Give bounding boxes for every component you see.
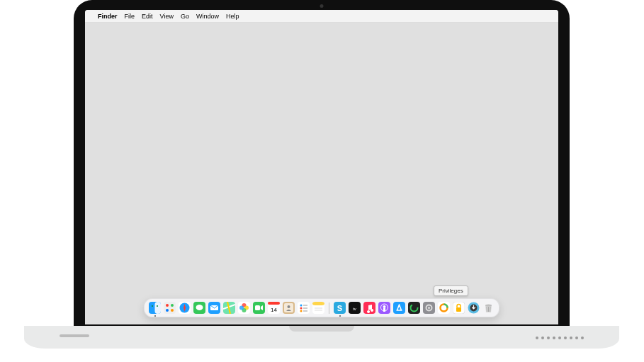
downloads-icon[interactable] [468,302,480,314]
menu-edit[interactable]: Edit [142,13,153,20]
dock-tooltip: Privileges [434,285,468,296]
svg-point-55 [428,307,430,309]
svg-point-48 [383,305,386,308]
speaker-grille-left [60,334,89,337]
dock-container: 14 S [144,298,499,317]
svg-rect-23 [255,305,260,310]
svg-line-63 [487,307,487,312]
svg-point-34 [300,307,303,310]
screen: Finder File Edit View Go Window Help Pri… [85,10,558,324]
facetime-icon[interactable] [253,302,265,314]
trash-icon[interactable] [482,302,495,314]
dock-divider [329,302,329,314]
maps-icon[interactable] [223,302,235,314]
svg-rect-35 [303,307,307,309]
svg-point-7 [166,309,169,312]
svg-point-13 [196,305,203,310]
launchpad-icon[interactable] [164,302,176,314]
svg-point-36 [300,310,303,312]
safari-icon[interactable] [179,302,191,314]
svg-rect-39 [312,302,324,305]
svg-point-8 [171,309,174,312]
privileges-icon[interactable] [453,302,465,314]
system-preferences-icon[interactable] [423,302,435,314]
menu-view[interactable]: View [160,13,174,20]
menu-help[interactable]: Help [226,13,239,20]
svg-text:S: S [337,304,342,312]
svg-rect-26 [268,302,280,305]
desktop[interactable] [85,23,558,324]
calendar-icon[interactable]: 14 [268,302,280,314]
camera-dot [320,4,324,8]
svg-text:tv: tv [353,307,356,311]
dock: 14 S [144,298,499,317]
svg-text:14: 14 [271,307,277,313]
svg-rect-59 [456,307,461,312]
svg-point-21 [239,306,244,310]
svg-point-6 [171,304,174,307]
svg-point-3 [157,305,158,307]
svg-point-30 [288,305,290,308]
svg-point-2 [152,305,153,307]
self-service-icon[interactable] [438,302,450,314]
activity-icon[interactable] [408,302,420,314]
appstore-icon[interactable] [393,302,405,314]
menu-go[interactable]: Go [181,13,189,20]
finder-icon[interactable] [149,302,161,314]
svg-point-62 [485,305,492,307]
tv-icon[interactable]: tv [349,302,361,314]
reminders-icon[interactable] [298,302,310,314]
notes-icon[interactable] [312,302,324,314]
music-icon[interactable] [363,302,375,314]
podcasts-icon[interactable] [378,302,390,314]
laptop-frame: Finder File Edit View Go Window Help Pri… [74,0,570,326]
contacts-icon[interactable] [283,302,295,314]
snagit-icon[interactable]: S [334,302,346,314]
app-menu[interactable]: Finder [98,13,118,20]
svg-line-65 [490,307,491,312]
messages-icon[interactable] [193,302,205,314]
mail-icon[interactable] [208,302,220,314]
menu-window[interactable]: Window [196,13,219,20]
speaker-grille-right [536,336,584,339]
menu-bar: Finder File Edit View Go Window Help [85,10,558,23]
menu-file[interactable]: File [125,13,135,20]
trackpad-notch [289,326,354,332]
svg-point-32 [300,305,303,307]
svg-rect-1 [155,302,162,314]
svg-rect-50 [393,302,405,314]
svg-point-5 [166,304,169,307]
svg-rect-4 [164,302,176,314]
svg-rect-33 [303,305,307,306]
laptop-base [24,326,619,349]
svg-rect-37 [303,310,307,312]
photos-icon[interactable] [238,302,250,314]
